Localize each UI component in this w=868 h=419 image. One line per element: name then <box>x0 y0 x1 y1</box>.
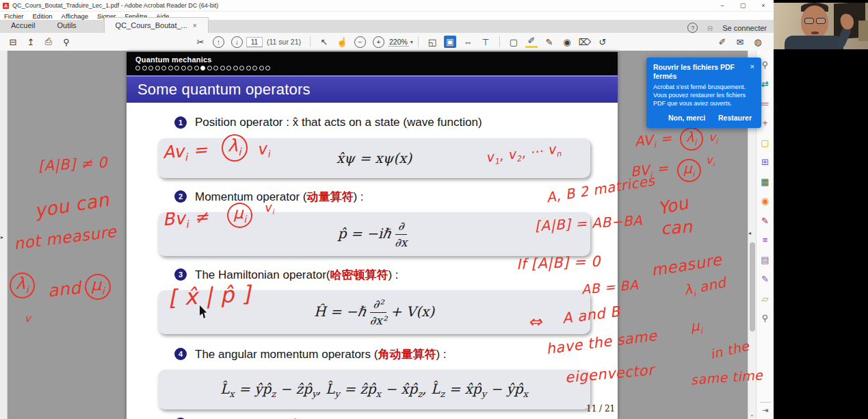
expand-sidebar-icon[interactable]: ⇥ <box>762 406 768 415</box>
print-icon[interactable]: ⎙ <box>42 36 55 48</box>
collapse-sidebar-icon[interactable]: ◂ <box>748 230 751 236</box>
zoom-level-dropdown[interactable]: 220% <box>388 38 409 47</box>
progress-dot <box>200 66 205 71</box>
scrollbar-thumb[interactable] <box>750 242 755 331</box>
notification-close-icon[interactable]: × <box>746 63 754 71</box>
acrobat-window: A QC_Cours_Boutat_Traduire_Lec_1.pdf - A… <box>0 0 774 419</box>
progress-dot <box>239 66 244 71</box>
hand-tool-icon[interactable]: ☝ <box>336 36 348 48</box>
item-chinese-label: 角动量算符 <box>378 348 436 361</box>
minimize-button[interactable]: – <box>712 2 733 9</box>
stamp-icon[interactable]: ◉ <box>561 36 573 48</box>
item-text: Position operator : x̂ that acts on a st… <box>195 116 482 129</box>
progress-dot <box>174 66 179 71</box>
list-item: 4The angular momentum operators (角动量算符) … <box>174 345 618 363</box>
item-text: The Hamiltonian operator(哈密顿算符) : <box>195 267 399 283</box>
tab-outils[interactable]: Outils <box>46 18 87 33</box>
zoom-in-icon[interactable]: + <box>373 36 384 48</box>
formula: x̂ψ = xψ(x) <box>337 150 412 166</box>
comment-icon[interactable]: ▢ <box>508 36 520 48</box>
progress-dot <box>148 66 153 71</box>
progress-dot <box>181 66 186 71</box>
presenter-body <box>785 36 843 49</box>
divider <box>310 36 311 47</box>
compress-pdf-icon[interactable]: ▱ <box>760 293 771 304</box>
tab-qc-cours-boutat-[interactable]: QC_Cours_Boutat_...× <box>104 17 209 33</box>
progress-dot <box>252 66 257 71</box>
certificates-icon[interactable]: ✎ <box>760 274 771 285</box>
item-text: Momentum operator (动量算符) : <box>195 189 364 205</box>
screen: A QC_Cours_Boutat_Traduire_Lec_1.pdf - A… <box>0 0 868 419</box>
account-icon[interactable]: ◍ <box>752 36 764 48</box>
email-icon[interactable]: ✉ <box>734 36 746 48</box>
notification-title: Rouvrir les fichiers PDF fermés <box>653 63 746 80</box>
more-tools-icon[interactable]: ⚲ <box>760 313 771 324</box>
undo-icon[interactable]: ↺ <box>596 36 609 48</box>
window-title: QC_Cours_Boutat_Traduire_Lec_1.pdf - Ado… <box>12 2 218 9</box>
background-board <box>858 21 868 41</box>
progress-dot <box>155 66 160 71</box>
reading-mode-icon[interactable]: ⊤ <box>479 36 492 48</box>
close-tab-icon[interactable]: × <box>193 22 197 29</box>
zoom-caret-icon[interactable]: ▾ <box>410 39 413 45</box>
help-icon[interactable]: ? <box>687 23 698 33</box>
delete-icon[interactable]: ⌦ <box>579 36 591 48</box>
webcam-panel <box>774 0 868 419</box>
notification-popup: Rouvrir les fichiers PDF fermés × Acroba… <box>646 58 761 128</box>
divider <box>760 402 771 403</box>
save-icon[interactable]: ⊟ <box>7 36 19 48</box>
notification-decline-button[interactable]: Non, merci <box>668 114 705 122</box>
zoom-out-icon[interactable]: − <box>354 36 366 48</box>
progress-dot <box>168 66 173 71</box>
sign-in-button[interactable]: Se connecter <box>722 24 767 32</box>
combine-files-icon[interactable]: ⊞ <box>760 157 771 168</box>
progress-dot <box>207 66 212 71</box>
fit-width-icon[interactable]: ⇔ <box>462 36 474 48</box>
slide-title-bar: Some quantum operators <box>127 75 618 103</box>
close-button[interactable]: × <box>753 2 774 9</box>
prepare-form-icon[interactable]: ≡ <box>760 235 771 246</box>
cut-icon[interactable]: ✂ <box>194 36 207 48</box>
notification-accept-button[interactable]: Restaurer <box>718 114 752 122</box>
fill-sign-share-icon[interactable]: ✐ <box>716 36 728 48</box>
expand-left-panel-icon[interactable]: ▸ <box>1 234 3 240</box>
item-chinese-label: 动量算符 <box>306 190 353 203</box>
fill-sign-icon[interactable]: ✎ <box>760 215 771 226</box>
page-number-input[interactable] <box>246 37 263 47</box>
search-icon[interactable]: ⚲ <box>60 36 73 48</box>
item-number-badge: 1 <box>174 116 187 129</box>
progress-dot <box>259 66 264 71</box>
page-count-label: (11 sur 21) <box>267 38 301 46</box>
title-bar: A QC_Cours_Boutat_Traduire_Lec_1.pdf - A… <box>0 0 774 12</box>
convert-excel-icon[interactable]: ▦ <box>760 176 771 187</box>
webcam-video <box>774 3 868 49</box>
next-page-icon[interactable]: ↓ <box>231 36 243 48</box>
progress-dot <box>265 66 270 71</box>
page-display-active-icon[interactable]: ▣ <box>444 36 456 48</box>
clipboard-icon[interactable]: ◱ <box>426 36 438 48</box>
scroll-down-icon[interactable]: ⌄ <box>750 411 754 418</box>
presenter-glasses <box>804 18 826 24</box>
select-tool-icon[interactable]: ↖ <box>318 36 330 48</box>
tab-accueil[interactable]: Accueil <box>0 18 46 33</box>
formula-box: p̂ = −iℏ∂∂x <box>158 212 590 256</box>
divider <box>499 36 500 47</box>
item-number-badge: 3 <box>174 268 187 281</box>
sign-pen-icon[interactable]: ✎ <box>543 36 555 48</box>
notifications-bell-icon[interactable]: ⍾ <box>707 23 713 33</box>
progress-dot <box>246 66 251 71</box>
share-icon[interactable]: ↥ <box>25 36 37 48</box>
item-number-badge: 4 <box>174 348 187 360</box>
divider <box>418 36 419 47</box>
comment-tool-icon[interactable]: ▢ <box>760 137 771 148</box>
page-indicator: 11 / 21 <box>586 404 615 414</box>
scan-ocr-icon[interactable]: ▤ <box>760 254 771 265</box>
formula: p̂ = −iℏ∂∂x <box>338 220 411 249</box>
notification-body: Acrobat s’est fermé brusquement. Vous po… <box>653 83 754 107</box>
adobe-sign-icon[interactable]: ◉ <box>760 196 771 207</box>
previous-page-icon[interactable]: ↑ <box>213 36 224 48</box>
item-chinese-label: 哈密顿算符 <box>330 268 388 281</box>
progress-dot <box>187 66 192 71</box>
maximize-button[interactable]: ▢ <box>733 2 753 9</box>
highlighter-icon[interactable]: ✐ <box>525 36 538 48</box>
